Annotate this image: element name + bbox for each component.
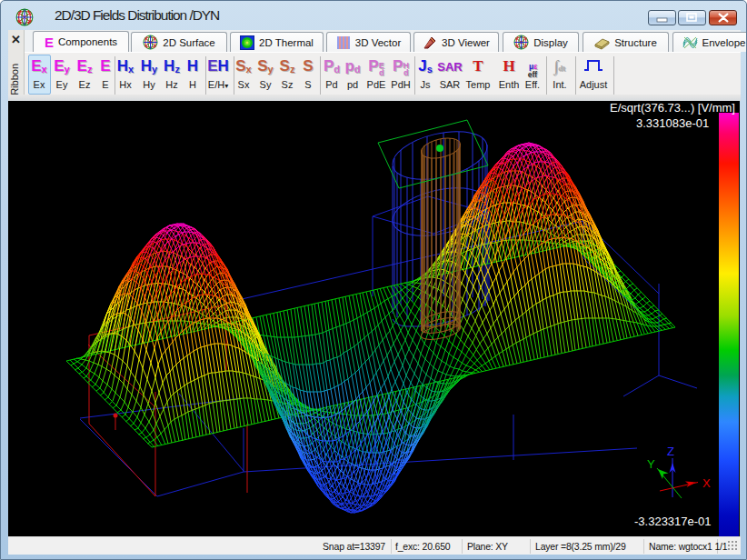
svg-text:Y: Y xyxy=(647,457,655,471)
svg-text:X: X xyxy=(702,476,711,490)
svg-text:Z: Z xyxy=(667,445,674,458)
